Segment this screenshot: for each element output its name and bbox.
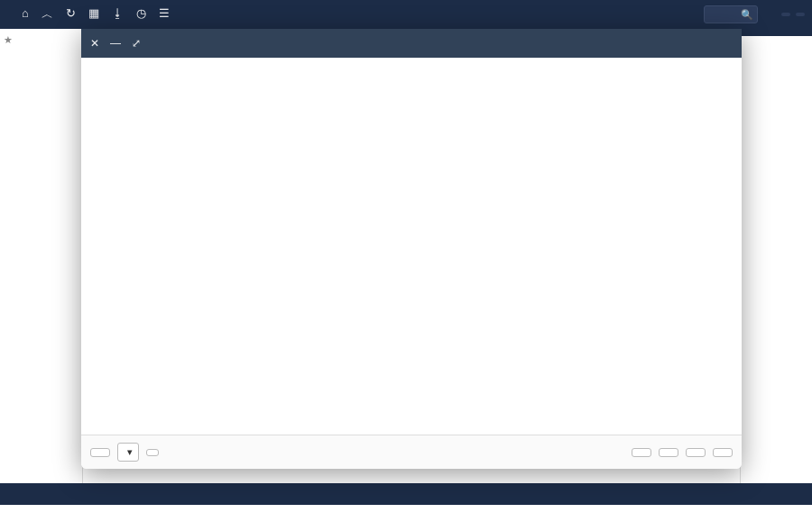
code-editor[interactable]	[81, 58, 742, 435]
encoding-select[interactable]	[146, 449, 159, 456]
file-tree: ★	[0, 29, 83, 505]
clock-icon[interactable]: ◷	[136, 6, 146, 23]
font-increase-button[interactable]	[796, 13, 805, 16]
topbar: ⌂ ︿ ↻ ▦ ⭳ ◷ ☰ 🔍	[0, 0, 812, 29]
up-icon[interactable]: ︿	[42, 6, 53, 23]
star-icon: ★	[4, 34, 13, 46]
font-decrease-button[interactable]	[781, 13, 790, 16]
type-column	[740, 29, 812, 505]
save-button[interactable]	[713, 448, 733, 457]
workspace: ★ ✕ — ⤢ ▾	[0, 29, 812, 505]
settings-icon[interactable]: ☰	[159, 6, 170, 23]
wrap-toggle[interactable]: ▾	[117, 443, 139, 462]
cancel-button[interactable]	[632, 448, 651, 457]
toolbar-icons: ⌂ ︿ ↻ ▦ ⭳ ◷ ☰	[22, 6, 170, 23]
editor-modal: ✕ — ⤢ ▾	[81, 29, 742, 469]
download-icon[interactable]: ⭳	[112, 6, 124, 23]
editor-footer: ▾	[81, 435, 742, 469]
search-input[interactable]: 🔍	[704, 5, 758, 23]
topbar-right	[776, 13, 805, 16]
close-icon[interactable]: ✕	[90, 37, 99, 50]
editor-titlebar: ✕ — ⤢	[81, 29, 742, 58]
expand-icon[interactable]: ⤢	[132, 37, 141, 50]
home-icon[interactable]: ⌂	[22, 6, 29, 23]
tree-header: ★	[0, 32, 82, 48]
status-bar	[0, 483, 812, 505]
minimize-icon[interactable]: —	[110, 37, 121, 50]
type-column-header[interactable]	[741, 29, 812, 36]
refresh-icon[interactable]: ↻	[66, 6, 76, 23]
textarea-mode-button[interactable]	[90, 448, 110, 457]
save-close-button[interactable]	[686, 448, 706, 457]
grid-icon[interactable]: ▦	[88, 6, 99, 23]
save-as-button[interactable]	[659, 448, 678, 457]
